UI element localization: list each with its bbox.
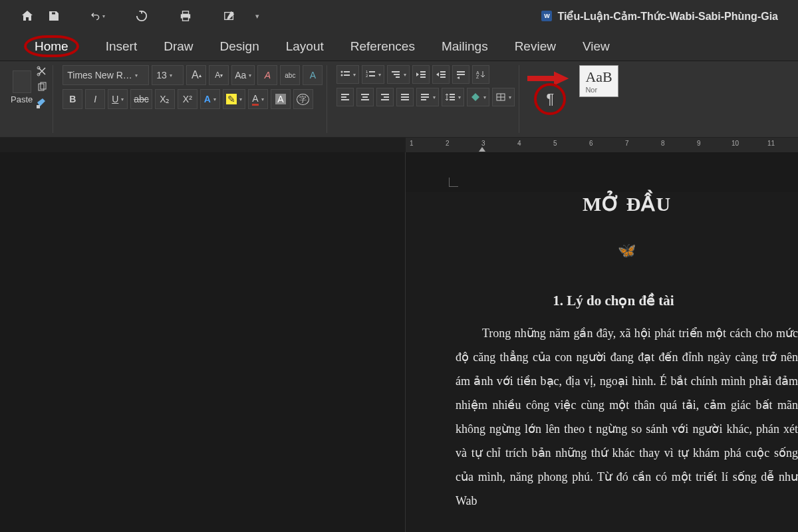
char-border-button[interactable]: A <box>303 65 323 85</box>
save-icon[interactable] <box>47 9 61 23</box>
align-right-button[interactable] <box>376 88 394 106</box>
svg-rect-26 <box>457 71 465 72</box>
change-case-button[interactable]: Aa▾ <box>231 65 255 85</box>
numbering-button[interactable]: 12▾ <box>362 65 384 84</box>
tab-view[interactable]: View <box>571 35 622 58</box>
doc-body-text[interactable]: Trong những năm gần đây, xã hội phát tri… <box>456 321 798 513</box>
phonetic-guide-button[interactable]: abc <box>280 65 300 85</box>
svg-rect-30 <box>341 94 349 95</box>
svg-point-9 <box>341 71 343 73</box>
doc-heading: MỞ ĐẦU <box>456 192 798 215</box>
copy-icon[interactable] <box>35 81 49 93</box>
char-shading-button[interactable]: A <box>271 89 291 109</box>
ltr-button[interactable] <box>452 65 469 84</box>
svg-rect-16 <box>369 75 375 76</box>
clipboard-group: Paste <box>7 65 53 133</box>
subscript-button[interactable]: X₂ <box>155 89 175 109</box>
customize-qat-icon[interactable]: ▾ <box>249 9 263 23</box>
format-painter-icon[interactable] <box>35 97 49 109</box>
quick-edit-icon[interactable] <box>222 9 237 23</box>
svg-rect-31 <box>341 96 346 98</box>
clear-format-button[interactable]: A <box>257 65 277 85</box>
justify-button[interactable] <box>396 88 414 106</box>
align-center-button[interactable] <box>356 88 374 106</box>
ruler[interactable]: 1 2 3 4 5 6 7 8 9 10 11 <box>0 138 798 152</box>
highlight-button[interactable]: ✎▾ <box>223 89 245 109</box>
svg-rect-12 <box>344 74 350 76</box>
sort-button[interactable]: AZ <box>472 65 489 84</box>
doc-section-heading: 1. Lý do chọn đề tài <box>429 293 798 309</box>
svg-rect-23 <box>440 71 446 72</box>
annotation-circle: ¶ <box>534 83 566 115</box>
svg-rect-37 <box>384 96 389 98</box>
cut-icon[interactable] <box>35 65 49 77</box>
style-normal[interactable]: AaB Nor <box>579 65 618 97</box>
font-name-dropdown[interactable]: Times New R…▾ <box>63 65 149 85</box>
document-page[interactable]: MỞ ĐẦU 🦋 1. Lý do chọn đề tài Trong nhữn… <box>406 192 798 532</box>
tab-design[interactable]: Design <box>208 35 271 58</box>
paragraph-group: ▾ 12▾ ▾ AZ ▾ ▾ ▾ ▾ <box>332 65 519 133</box>
svg-rect-25 <box>440 76 446 78</box>
font-group: Times New R…▾ 13▾ A▴ A▾ Aa▾ A abc A B I … <box>59 65 327 133</box>
svg-rect-10 <box>344 71 350 72</box>
svg-rect-34 <box>362 96 368 98</box>
tab-insert[interactable]: Insert <box>94 35 150 58</box>
multilevel-button[interactable]: ▾ <box>387 65 410 84</box>
horizontal-ruler[interactable]: 1 2 3 4 5 6 7 8 9 10 11 <box>406 138 798 152</box>
navigation-pane[interactable] <box>0 152 406 532</box>
distribute-button[interactable]: ▾ <box>416 88 439 106</box>
svg-rect-27 <box>457 74 465 75</box>
underline-button[interactable]: U▾ <box>108 89 128 109</box>
shrink-font-button[interactable]: A▾ <box>209 65 229 85</box>
svg-rect-20 <box>420 71 426 72</box>
show-marks-group: ¶ <box>525 65 570 133</box>
bold-button[interactable]: B <box>63 89 82 109</box>
home-icon[interactable] <box>20 9 35 23</box>
tab-mailings[interactable]: Mailings <box>430 35 500 58</box>
paste-button[interactable]: Paste <box>11 70 33 104</box>
text-effects-button[interactable]: A▾ <box>200 89 220 109</box>
svg-rect-40 <box>401 96 409 98</box>
tab-draw[interactable]: Draw <box>152 35 205 58</box>
italic-button[interactable]: I <box>85 89 105 109</box>
grow-font-button[interactable]: A▴ <box>186 65 206 85</box>
svg-rect-32 <box>341 99 349 100</box>
tab-review[interactable]: Review <box>503 35 568 58</box>
document-viewport[interactable]: MỞ ĐẦU 🦋 1. Lý do chọn đề tài Trong nhữn… <box>406 152 798 532</box>
svg-rect-44 <box>421 99 426 100</box>
bullets-button[interactable]: ▾ <box>336 65 359 84</box>
increase-indent-button[interactable] <box>432 65 450 84</box>
font-color-button[interactable]: A▾ <box>248 89 268 109</box>
align-left-button[interactable] <box>336 88 354 106</box>
svg-text:2: 2 <box>366 74 368 78</box>
editor-area: MỞ ĐẦU 🦋 1. Lý do chọn đề tài Trong nhữn… <box>0 152 798 532</box>
decrease-indent-button[interactable] <box>412 65 430 84</box>
borders-button[interactable]: ▾ <box>492 88 515 106</box>
print-icon[interactable] <box>178 9 193 23</box>
svg-rect-36 <box>381 94 389 95</box>
svg-rect-35 <box>361 99 369 100</box>
tab-layout[interactable]: Layout <box>274 35 336 58</box>
title-bar: W Tiểu-Luận-Cảm-Thức-Wabi-Sabi-Phùng-Gia <box>275 10 778 23</box>
clipboard-icon <box>13 70 31 93</box>
show-hide-marks-button[interactable]: ¶ <box>540 89 560 109</box>
redo-icon[interactable] <box>134 9 149 23</box>
ornament-icon: 🦋 <box>456 242 798 259</box>
font-size-dropdown[interactable]: 13▾ <box>152 65 184 85</box>
style-label: Nor <box>585 86 612 94</box>
svg-rect-43 <box>421 96 429 98</box>
tab-references[interactable]: References <box>338 35 427 58</box>
strike-button[interactable]: abc <box>130 89 152 109</box>
document-title: Tiểu-Luận-Cảm-Thức-Wabi-Sabi-Phùng-Gia <box>557 10 778 23</box>
line-spacing-button[interactable]: ▾ <box>442 88 464 106</box>
undo-icon[interactable]: ▾ <box>90 9 105 23</box>
tab-home[interactable]: Home <box>12 35 91 58</box>
indent-marker-icon[interactable] <box>479 147 485 152</box>
shading-button[interactable]: ▾ <box>467 88 489 106</box>
quick-access-toolbar: ▾ ▾ W Tiểu-Luận-Cảm-Thức-Wabi-Sabi-Phùng… <box>0 0 798 32</box>
enclose-char-button[interactable]: 字 <box>293 89 313 109</box>
svg-rect-19 <box>396 76 400 78</box>
superscript-button[interactable]: X² <box>178 89 198 109</box>
svg-rect-38 <box>381 99 389 100</box>
svg-rect-46 <box>450 96 455 98</box>
